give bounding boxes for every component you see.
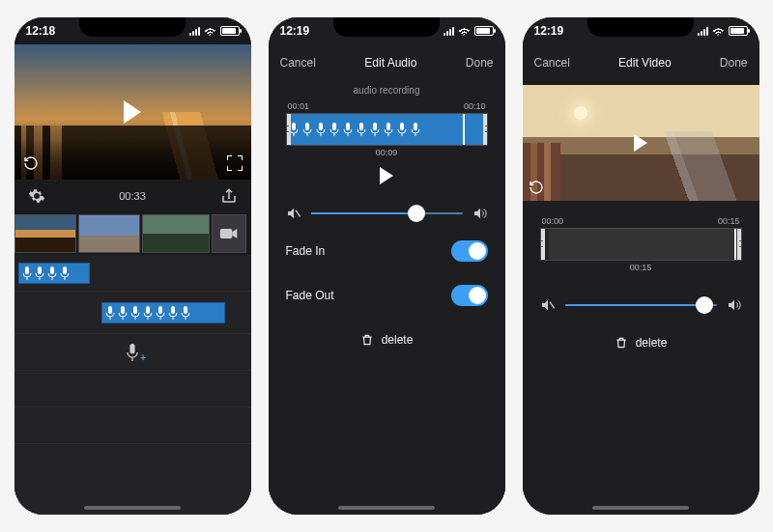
video-trimmer[interactable]: 00:00 00:15 00:15 (523, 214, 759, 272)
edit-audio-screen: 12:19 Cancel Edit Audio Done audio recor… (269, 17, 505, 515)
volume-max-button[interactable] (472, 206, 488, 221)
video-preview[interactable] (14, 44, 251, 180)
playhead[interactable] (734, 228, 736, 261)
home-indicator[interactable] (592, 506, 689, 510)
mic-icon (126, 344, 139, 361)
mic-icon (60, 266, 70, 280)
play-icon[interactable] (634, 134, 647, 152)
slider-thumb[interactable] (408, 205, 425, 222)
timecode-label: 00:33 (119, 190, 146, 202)
wifi-icon (712, 26, 725, 36)
trim-handle-right[interactable] (737, 228, 742, 261)
slider-fill (311, 212, 417, 214)
add-audio-button[interactable]: + (126, 344, 139, 361)
cell-signal-icon (698, 26, 708, 36)
mute-button[interactable] (540, 297, 556, 313)
plus-icon: + (140, 352, 146, 363)
video-preview[interactable] (523, 85, 759, 201)
fullscreen-icon (227, 155, 243, 171)
mic-icon (35, 266, 44, 280)
delete-button[interactable]: delete (269, 318, 505, 362)
slider-thumb[interactable] (696, 296, 713, 314)
mic-icon (156, 306, 165, 320)
mute-button[interactable] (286, 206, 301, 221)
loop-icon (529, 180, 544, 195)
add-video-button[interactable]: + (212, 214, 246, 253)
fullscreen-button[interactable] (224, 153, 245, 174)
mic-icon (411, 123, 420, 136)
status-icons (698, 26, 748, 36)
slider-fill (565, 304, 704, 306)
home-indicator[interactable] (84, 506, 181, 510)
status-time: 12:19 (534, 24, 564, 38)
mic-icon (397, 123, 407, 136)
mic-icon (302, 123, 312, 136)
play-button[interactable] (380, 167, 393, 184)
video-clip[interactable] (78, 214, 140, 253)
fade-in-toggle[interactable] (451, 240, 488, 262)
trim-times: 00:00 00:15 (540, 216, 742, 228)
svg-rect-16 (332, 123, 336, 130)
status-time: 12:19 (280, 24, 310, 38)
loop-button[interactable] (529, 180, 544, 195)
mic-icon (168, 306, 178, 320)
loop-button[interactable] (20, 153, 42, 174)
battery-icon (729, 26, 748, 36)
trim-handle-left[interactable] (286, 113, 291, 146)
video-clip[interactable] (14, 214, 76, 253)
volume-max-button[interactable] (727, 297, 742, 313)
fade-out-label: Fade Out (286, 289, 334, 302)
settings-button[interactable] (28, 187, 45, 205)
trim-handle-right[interactable] (483, 113, 488, 146)
done-button[interactable]: Done (466, 56, 494, 70)
volume-slider-row (523, 290, 759, 321)
home-indicator[interactable] (338, 506, 435, 510)
preview-road (593, 131, 759, 201)
volume-slider[interactable] (311, 212, 463, 214)
svg-rect-13 (292, 123, 296, 130)
audio-trimmer[interactable]: 00:01 00:10 00:09 (269, 99, 505, 157)
svg-rect-19 (373, 123, 377, 130)
audio-clip-label: voice recording (19, 283, 72, 284)
audio-clip[interactable]: voice recording (101, 302, 225, 323)
video-clip[interactable] (142, 214, 210, 253)
play-icon[interactable] (124, 100, 141, 124)
playhead[interactable] (463, 113, 465, 146)
trim-track[interactable] (286, 113, 488, 146)
svg-line-23 (296, 210, 301, 217)
fade-out-toggle[interactable] (451, 285, 488, 306)
delete-label: delete (382, 333, 414, 347)
preview-sun (574, 106, 587, 120)
cancel-button[interactable]: Cancel (534, 56, 570, 70)
trim-handle-left[interactable] (540, 228, 545, 261)
trash-icon (615, 336, 628, 350)
trim-track[interactable] (540, 228, 742, 261)
delete-label: delete (636, 336, 668, 350)
mic-icon (343, 123, 353, 136)
timeline[interactable]: + voice recording (14, 212, 251, 515)
volume-slider[interactable] (565, 304, 717, 306)
audio-track-1[interactable]: voice recording (14, 255, 251, 292)
cell-signal-icon (189, 26, 200, 36)
wifi-icon (204, 26, 216, 36)
mic-icon (316, 123, 326, 136)
cell-signal-icon (444, 26, 454, 36)
mic-icon (181, 306, 190, 320)
svg-rect-7 (133, 306, 137, 314)
notch (79, 17, 186, 37)
trim-start-label: 00:01 (288, 101, 310, 111)
editor-toolbar: 00:33 (14, 180, 251, 212)
video-track[interactable]: + (14, 212, 251, 255)
mic-icons (22, 266, 70, 280)
audio-clip-label: voice recording (102, 322, 155, 323)
share-button[interactable] (220, 187, 238, 205)
svg-rect-22 (414, 123, 417, 130)
notch (333, 17, 440, 37)
audio-track-2[interactable]: voice recording (14, 292, 251, 334)
mic-icons (105, 306, 190, 320)
delete-button[interactable]: delete (523, 321, 759, 365)
cancel-button[interactable]: Cancel (280, 56, 316, 70)
done-button[interactable]: Done (720, 56, 748, 70)
status-icons (444, 26, 494, 36)
audio-clip[interactable]: voice recording (18, 263, 90, 284)
